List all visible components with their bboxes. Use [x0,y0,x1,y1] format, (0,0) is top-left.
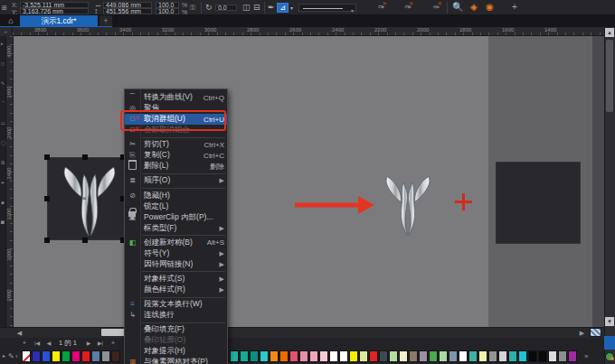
clear-outline-icon-1[interactable]: ✑ [378,3,385,12]
rotation-field[interactable]: 0.0 [215,5,237,11]
color-swatch[interactable] [478,350,487,362]
toolbox-tool-icon[interactable]: ⌒ [1,101,5,106]
menu-item[interactable]: 锁定(L) [125,201,227,212]
menu-item[interactable]: ✂剪切(T)Ctrl+X [125,139,227,150]
ornament-graphic-left[interactable] [55,163,124,238]
plain-square-object[interactable] [496,162,581,244]
clear-outline-icon-2[interactable]: ✑ [405,3,412,12]
menu-item[interactable]: ↳连线换行 [125,310,227,321]
color-swatch[interactable] [270,350,279,362]
menu-item[interactable]: 叠印轮廓(O) [125,335,227,346]
scale-h-field[interactable]: 100.0 [156,2,179,8]
width-field[interactable]: 449.086 mm [103,2,152,8]
add-page-button-left[interactable]: + [20,338,29,349]
toolbox-tool-icon[interactable]: ▸ [1,42,5,46]
toolbox-tool-icon[interactable]: ◆ [1,201,5,205]
selection-handle[interactable] [44,196,50,201]
menu-item[interactable]: ◧创建新对称(B)Alt+S [125,238,227,248]
color-swatch[interactable] [449,350,458,362]
color-swatch[interactable] [289,350,298,362]
hscroll-left-button[interactable]: ◀ [14,329,24,338]
menu-item[interactable]: 对象样式(S)▶ [125,274,227,285]
outline-width-select[interactable]: ⊿ [277,3,289,13]
color-swatch[interactable] [508,350,517,362]
color-swatch[interactable] [101,350,110,362]
document-preview-icon[interactable]: 🔍 [452,3,463,11]
menu-item[interactable]: 因特网链接(N)▶ [125,259,227,270]
color-swatch[interactable] [250,350,259,362]
toolbox-tool-icon[interactable]: ⯀ [1,220,5,225]
toolbox-tool-icon[interactable]: ✎ [1,81,5,86]
mirror-horizontal-icon[interactable]: ◫ [242,4,251,12]
color-swatch[interactable] [279,350,289,362]
color-swatch[interactable] [309,350,318,362]
color-swatch[interactable] [230,350,239,362]
eyedropper-icon[interactable]: ✎ [8,350,14,362]
color-swatch[interactable] [52,350,61,362]
add-toolbar-button-icon[interactable]: + [512,3,517,11]
selection-handle[interactable] [82,154,88,160]
color-swatch[interactable] [111,350,120,362]
menu-item[interactable]: ≣顺序(O)▶ [125,175,227,186]
selection-handle[interactable] [44,238,50,243]
toolbox-tool-icon[interactable]: ◻ [1,61,5,66]
color-swatch[interactable] [240,350,249,362]
palette-expand-icon[interactable]: » [584,350,588,362]
color-swatch[interactable] [62,350,71,362]
enhanced-mode-icon[interactable]: ◉ [486,3,494,11]
no-fill-swatch[interactable] [22,350,31,362]
menu-item[interactable]: ≡段落文本换行(W) [125,299,227,310]
toolbox-tool-icon[interactable]: ◯ [1,141,5,145]
color-swatch[interactable] [389,350,398,362]
menu-item[interactable]: ⌒转换为曲线(V)Ctrl+Q [125,92,227,103]
toolbox-tool-icon[interactable]: ▭ [1,121,5,126]
hscroll-right-button[interactable]: ▶ [577,329,587,338]
color-swatch[interactable] [568,350,577,362]
wireframe-mode-icon[interactable]: ◈ [470,3,478,11]
menu-item[interactable]: 删除(L)删除 [125,161,227,172]
color-swatch[interactable] [498,350,507,362]
y-position-field[interactable]: 3,163.726 mm [20,8,89,14]
scale-v-field[interactable]: 100.0 [156,8,179,14]
scale-lock-icon[interactable]: ⚿ [190,4,195,12]
line-style-select[interactable]: ▾ [298,4,356,12]
menu-item[interactable]: 叠印填充(F) [125,324,227,335]
color-swatch[interactable] [429,350,438,362]
height-field[interactable]: 451.556 mm [103,8,152,14]
horizontal-scrollbar[interactable]: ◀ ▶ [0,327,604,338]
color-swatch[interactable] [399,350,408,362]
color-swatch[interactable] [548,350,557,362]
menu-item[interactable]: 框类型(F)▶ [125,223,227,234]
palette-scroll-left-icon[interactable]: ‹ [15,350,18,362]
color-swatch[interactable] [71,350,80,362]
color-swatch[interactable] [319,350,328,362]
add-page-button-right[interactable]: + [109,338,118,349]
last-page-button[interactable]: ▶| [94,338,107,349]
palette-flyout-icon[interactable]: ▸ [3,350,5,362]
color-swatch[interactable] [42,350,51,362]
color-swatch[interactable] [558,350,567,362]
ornament-graphic-ungrouped[interactable] [379,173,437,237]
color-swatch[interactable] [91,350,100,362]
vscroll-thumb[interactable] [606,40,613,112]
outline-width-dropdown-icon[interactable]: ▾ [290,5,293,13]
color-swatch[interactable] [379,350,388,362]
color-swatch[interactable] [488,350,497,362]
first-page-button[interactable]: |◀ [31,338,43,349]
color-swatch[interactable] [299,350,308,362]
ruler-origin-corner[interactable]: ⌐ [0,27,13,36]
selection-handle[interactable] [82,238,88,243]
color-swatch[interactable] [349,350,358,362]
color-swatch[interactable] [329,350,338,362]
menu-item[interactable]: ⊞与像素网格对齐(P) [125,357,227,364]
menu-item[interactable]: 符号(Y)▶ [125,248,227,259]
docker-tab-active[interactable] [604,336,615,350]
color-swatch[interactable] [468,350,478,362]
vscroll-up-button[interactable]: ▲ [605,28,614,37]
color-swatch[interactable] [339,350,348,362]
menu-item[interactable]: ⊘隐藏(H) [125,191,227,201]
x-position-field[interactable]: -3,525.111 mm [20,2,89,8]
document-navigator-icon[interactable] [590,328,601,337]
color-swatch[interactable] [260,350,269,362]
selection-handle[interactable] [44,154,50,160]
